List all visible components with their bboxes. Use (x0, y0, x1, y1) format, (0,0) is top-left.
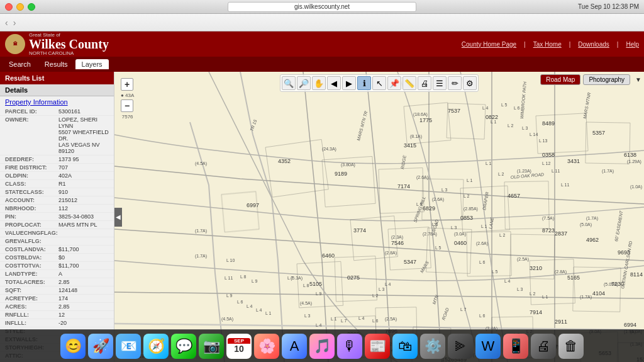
svg-text:L 4: L 4 (247, 304, 253, 308)
close-button[interactable] (5, 3, 13, 11)
titlebar: gis.wilkescounty.net Tue Sep 10 12:38 PM (0, 0, 644, 14)
property-row: NBRHOOD:112 (0, 205, 114, 213)
svg-text:L 6: L 6 (479, 260, 486, 264)
county-home-link[interactable]: County Home Page (462, 41, 516, 48)
photo-arrow[interactable]: ▼ (635, 76, 641, 83)
svg-text:L 3: L 3 (517, 287, 523, 291)
svg-text:4962: 4962 (586, 237, 599, 243)
sidebar: Results List Details Property Informatio… (0, 72, 114, 362)
tool-zoom-out[interactable]: 🔎 (297, 76, 311, 90)
tool-back[interactable]: ◀ (327, 76, 341, 90)
help-link[interactable]: Help (626, 41, 639, 48)
svg-text:8723: 8723 (542, 227, 555, 234)
svg-text:L 3: L 3 (379, 287, 385, 291)
tool-draw[interactable]: ✏ (448, 76, 462, 90)
property-row: DEEDREF:1373 95 (0, 156, 114, 164)
dock-parallels[interactable]: ⫸ (448, 334, 473, 359)
dock-finder[interactable]: 😊 (60, 334, 86, 359)
forward-button[interactable]: › (13, 18, 16, 28)
tax-home-link[interactable]: Tax Home (533, 41, 562, 48)
map-canvas[interactable]: 1775 7537 3415 8489 5357 6138 4352 9189 … (114, 72, 644, 362)
zoom-out-button[interactable]: − (121, 99, 133, 112)
svg-text:5357: 5357 (592, 130, 605, 136)
tool-print[interactable]: 🖨 (418, 76, 431, 90)
zoom-controls: + ● 43A − 7576 (121, 78, 134, 120)
tool-forward[interactable]: ▶ (342, 76, 356, 90)
tool-measure[interactable]: 📏 (402, 76, 416, 90)
collapse-sidebar-button[interactable]: ◀ (114, 208, 122, 227)
svg-text:L 11: L 11 (561, 183, 569, 187)
dock-safari[interactable]: 🧭 (143, 334, 169, 359)
road-map-button[interactable]: Road Map (540, 74, 580, 85)
property-row: LANDTYPE:A (0, 270, 114, 278)
svg-text:L 1: L 1 (542, 295, 548, 299)
tab-results[interactable]: Results (38, 59, 74, 69)
svg-text:(8.1A): (8.1A) (410, 134, 422, 139)
main-layout: Results List Details Property Informatio… (0, 72, 644, 362)
tool-select[interactable]: ↖ (372, 76, 386, 90)
dock-appstore[interactable]: A (282, 334, 307, 359)
svg-text:L 4: L 4 (256, 308, 262, 312)
dock-trash[interactable]: 🗑 (558, 334, 584, 359)
tab-layers[interactable]: Layers (75, 59, 109, 69)
dock-calendar[interactable]: SEP 10 (226, 334, 252, 359)
back-button[interactable]: ‹ (5, 18, 8, 28)
county-logo: 🏛 Great State of Wilkes County NORTH CAR… (5, 32, 109, 56)
dock-podcasts[interactable]: 🎙 (337, 334, 362, 359)
tool-settings[interactable]: ⚙ (463, 76, 477, 90)
svg-text:L 2: L 2 (530, 291, 536, 296)
zoom-level-1: ● 43A (121, 93, 134, 98)
dock-epson[interactable]: 🖨 (531, 334, 556, 359)
maximize-button[interactable] (28, 3, 35, 11)
tool-pan[interactable]: ✋ (312, 76, 326, 90)
property-row: INFLLL:-20 (0, 319, 114, 327)
svg-text:L 1: L 1 (486, 161, 492, 166)
svg-text:6460: 6460 (322, 252, 335, 259)
svg-text:(1.29A): (1.29A) (627, 159, 641, 164)
property-info-link[interactable]: Property Information (0, 96, 114, 108)
dock-photos[interactable]: 🌸 (254, 334, 279, 359)
tab-search[interactable]: Search (3, 59, 37, 69)
minimize-button[interactable] (16, 3, 24, 11)
svg-text:L 6: L 6 (479, 314, 486, 318)
tool-layers[interactable]: ☰ (433, 76, 447, 90)
dock-itunes[interactable]: 🎵 (309, 334, 335, 359)
dock-mail[interactable]: 📧 (116, 334, 141, 359)
dock-remote[interactable]: 📱 (503, 334, 528, 359)
svg-text:(5.0A): (5.0A) (580, 222, 592, 227)
downloads-link[interactable]: Downloads (578, 41, 609, 48)
property-row: VALUECHNGFLAG: (0, 229, 114, 237)
svg-text:L 1: L 1 (481, 224, 487, 229)
dock-launchpad[interactable]: 🚀 (88, 334, 113, 359)
svg-text:(2.6A): (2.6A) (432, 197, 444, 202)
property-row: ACRETYPE:174 (0, 295, 114, 303)
tool-info[interactable]: ℹ (357, 76, 371, 90)
dock-facetime[interactable]: 📷 (199, 334, 224, 359)
url-bar[interactable]: gis.wilkescounty.net (228, 2, 416, 12)
header-nav: County Home Page | Tax Home | Downloads … (462, 41, 639, 48)
time-display: Tue Sep 10 12:38 PM (578, 3, 639, 10)
dock-news[interactable]: 📰 (365, 334, 390, 359)
svg-text:(1.7A): (1.7A) (195, 229, 207, 234)
svg-text:5347: 5347 (404, 259, 416, 265)
svg-text:L 6: L 6 (372, 319, 379, 323)
zoom-in-button[interactable]: + (121, 78, 133, 91)
svg-text:2837: 2837 (555, 230, 567, 237)
dock-appstore2[interactable]: 🛍 (392, 334, 418, 359)
dock-messages[interactable]: 💬 (171, 334, 196, 359)
svg-text:L 2: L 2 (464, 194, 470, 198)
svg-text:L 3: L 3 (522, 126, 528, 130)
svg-text:L 6: L 6 (514, 106, 520, 110)
county-main-name: Wilkes County (29, 38, 109, 50)
dock-sysprefs[interactable]: ⚙️ (420, 334, 445, 359)
svg-text:5165: 5165 (567, 274, 580, 281)
details-header: Details (0, 84, 114, 96)
dock-word[interactable]: W (475, 334, 501, 359)
property-row: PROPLOCAT:MARS MTN PL (0, 221, 114, 229)
svg-text:L 3: L 3 (304, 314, 311, 318)
photography-button[interactable]: Photography (583, 74, 630, 85)
county-name-block: Great State of Wilkes County NORTH CAROL… (29, 32, 109, 56)
tool-identify[interactable]: 📌 (387, 76, 401, 90)
tool-zoom-in[interactable]: 🔍 (282, 76, 296, 90)
svg-text:L 6: L 6 (237, 300, 243, 304)
